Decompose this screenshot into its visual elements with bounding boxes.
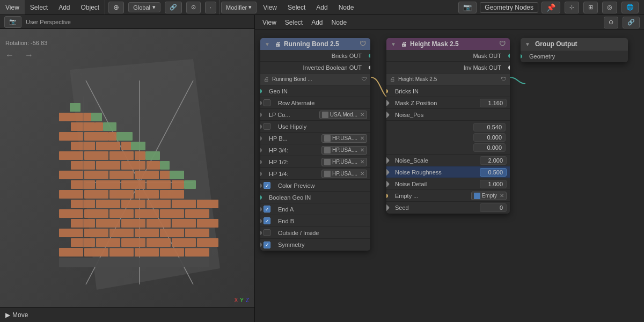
hm-noise-roughness-value[interactable]: 0.500 — [480, 168, 507, 177]
rb-row-alt-checkbox[interactable] — [264, 99, 270, 106]
rb-row-alt-socket[interactable] — [260, 101, 262, 105]
rb-hp-b-close[interactable]: ✕ — [360, 135, 364, 141]
pin-btn[interactable]: 📌 — [541, 2, 560, 13]
hm-inv-mask-out-socket[interactable] — [508, 65, 510, 70]
svg-rect-71 — [121, 142, 131, 150]
rb-symmetry-socket[interactable] — [260, 243, 262, 247]
rb-hp14-close[interactable]: ✕ — [360, 171, 364, 177]
hm-noise-pos-label: Noise_Pos — [395, 112, 507, 118]
hm-bricks-in-socket[interactable] — [386, 89, 388, 93]
hm-empty-close[interactable]: ✕ — [500, 193, 504, 199]
toggle-icon: ⊙ — [609, 19, 613, 26]
rb-hipoly-checkbox[interactable] — [264, 123, 270, 130]
transform-orientation-icon-btn[interactable]: ⊕ — [108, 2, 124, 13]
overlay-btn[interactable]: ◎ — [602, 2, 617, 13]
ne-snap-btn[interactable]: 🔗 — [623, 17, 640, 28]
menu-select-right[interactable]: Select — [282, 0, 311, 14]
rb-inv-bool-socket[interactable] — [369, 65, 370, 70]
hm-noise-pos-diamond[interactable] — [386, 111, 390, 118]
rb-hp34-texture[interactable]: HP.USA.... ✕ — [321, 146, 367, 155]
rb-hp34-close[interactable]: ✕ — [360, 147, 364, 153]
rb-bricks-out-socket[interactable] — [369, 54, 370, 58]
xray-btn[interactable]: 🌐 — [621, 2, 639, 13]
z-axis: Z — [246, 297, 249, 303]
viewport-layout-btn[interactable]: ⊞ — [583, 2, 598, 13]
menu-view-left[interactable]: View — [0, 0, 25, 14]
rb-outinside-socket[interactable] — [260, 231, 262, 235]
rb-hp-b-socket[interactable] — [260, 136, 262, 141]
hm-mask-z-value[interactable]: 1.160 — [480, 99, 507, 107]
height-mask-header[interactable]: ▼ 🖨 Height Mask 2.5 🛡 — [386, 38, 510, 50]
go-geometry-socket[interactable] — [521, 54, 522, 58]
viewport-canvas[interactable]: Rotation: -56.83 ← → — [0, 29, 254, 322]
main-area: 📷 User Perspective Rotation: -56.83 ← → — [0, 15, 644, 322]
hm-seed-value[interactable]: 0 — [480, 203, 507, 212]
group-output-header[interactable]: ▼ Group Output — [521, 38, 628, 50]
ne-toggle-btn[interactable]: ⊙ — [604, 17, 618, 28]
rb-endb-checkbox[interactable]: ✓ — [264, 217, 270, 224]
rb-enda-checkbox[interactable]: ✓ — [264, 206, 270, 213]
ne-menu-node[interactable]: Node — [327, 15, 352, 30]
ne-menu-view[interactable]: View — [258, 15, 281, 30]
proportional-edit-btn[interactable]: ⊙ — [186, 2, 201, 13]
hm-noise-detail-diamond[interactable] — [386, 180, 390, 187]
rb-hp12-texture[interactable]: HP.USA.... ✕ — [321, 158, 367, 166]
hm-noise-rough-diamond[interactable] — [386, 168, 390, 175]
rb-hp12-socket[interactable] — [260, 160, 262, 164]
menu-object[interactable]: Object — [76, 0, 105, 14]
ne-menu-select[interactable]: Select — [281, 15, 307, 30]
rb-hipoly-socket[interactable] — [260, 125, 262, 129]
hm-noise-scale-value[interactable]: 2.000 — [480, 156, 507, 165]
viewport: 📷 User Perspective Rotation: -56.83 ← → — [0, 15, 255, 322]
rb-enda-socket[interactable] — [260, 207, 262, 211]
hm-mask-out-socket[interactable] — [508, 54, 510, 58]
move-button[interactable]: ▶ Move — [5, 311, 28, 319]
rb-boolgeo-socket[interactable] — [260, 195, 262, 200]
global-dropdown[interactable]: Global ▾ — [128, 2, 160, 12]
rb-hp34-socket[interactable] — [260, 148, 262, 152]
hm-x-value[interactable]: 0.540 — [473, 123, 506, 131]
menu-view-right[interactable]: View — [258, 0, 282, 14]
hm-empty-socket[interactable] — [386, 194, 388, 198]
rb-geo-in-socket[interactable] — [260, 89, 262, 93]
rb-lp-socket[interactable] — [260, 113, 262, 117]
rb-lp-close[interactable]: ✕ — [360, 112, 364, 118]
hm-noise-detail-row: Noise Detail 1.000 — [386, 178, 510, 190]
rb-lp-texture[interactable]: USA.Mod... ✕ — [319, 111, 367, 119]
menu-node[interactable]: Node — [333, 0, 360, 14]
rb-hp-b-texture[interactable]: HP.USA.... ✕ — [321, 134, 367, 143]
hm-mask-z-diamond[interactable] — [386, 99, 390, 106]
move-icon: ▶ — [5, 311, 10, 319]
rb-colorprev-socket[interactable] — [260, 184, 262, 188]
svg-rect-37 — [96, 200, 120, 208]
dot-btn[interactable]: · — [205, 2, 216, 13]
hm-noise-scale-diamond[interactable] — [386, 156, 390, 164]
running-bond-header[interactable]: ▼ 🖨 Running Bond 2.5 🛡 — [260, 38, 370, 50]
geo-nodes-tab[interactable]: Geometry Nodes — [480, 2, 538, 13]
rb-outinside-checkbox[interactable] — [264, 229, 270, 236]
hm-y-value[interactable]: 0.000 — [473, 133, 506, 142]
rb-hp12-close[interactable]: ✕ — [360, 159, 364, 165]
svg-rect-27 — [147, 219, 171, 228]
rb-colorprev-checkbox[interactable]: ✓ — [264, 182, 270, 189]
rb-hp14-socket[interactable] — [260, 172, 262, 176]
hm-seed-diamond[interactable] — [386, 204, 390, 211]
menu-add-left[interactable]: Add — [53, 0, 75, 14]
menu-add-right[interactable]: Add — [311, 0, 333, 14]
hm-noise-detail-value[interactable]: 1.000 — [480, 180, 507, 188]
rb-color-preview-row: ✓ Color Preview — [260, 180, 370, 192]
hm-empty-texture[interactable]: Empty ✕ — [471, 192, 507, 200]
rb-endb-socket[interactable] — [260, 219, 262, 223]
render-icon-btn[interactable]: 📷 — [458, 2, 477, 13]
view-perspective-btn[interactable]: 📷 — [4, 16, 21, 28]
menu-select-left[interactable]: Select — [25, 0, 53, 14]
modifier-dropdown[interactable]: Modifier ▾ — [221, 2, 257, 13]
rb-hp-b-texture-label: HP.USA.... — [332, 135, 357, 141]
ne-menu-add[interactable]: Add — [307, 15, 327, 30]
hm-z-value[interactable]: 0.000 — [473, 143, 506, 152]
hm-mask-z-row: Mask Z Position 1.160 — [386, 97, 510, 109]
snap-btn[interactable]: 🔗 — [165, 2, 182, 13]
cursor-btn[interactable]: ⊹ — [565, 2, 579, 13]
rb-hp14-texture[interactable]: HP.USA.... ✕ — [321, 170, 367, 178]
rb-symmetry-checkbox[interactable]: ✓ — [264, 241, 270, 248]
